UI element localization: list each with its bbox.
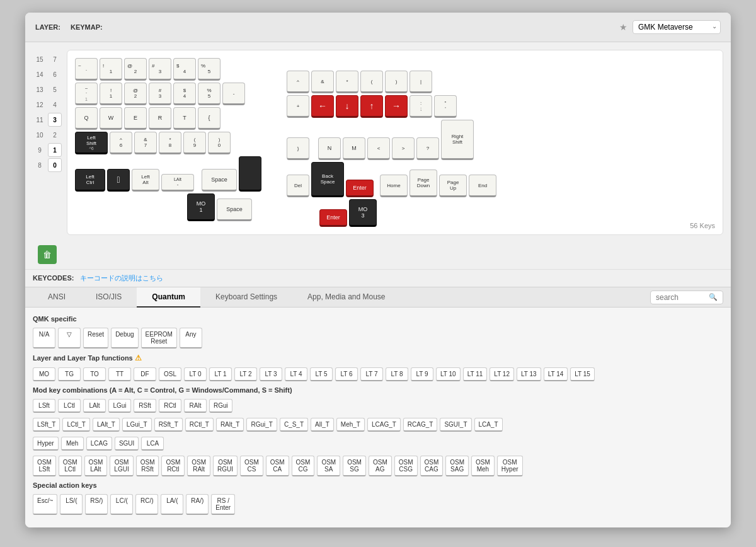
keycodes-link[interactable]: キーコードの説明はこちら bbox=[80, 274, 163, 282]
key-grave-2[interactable]: ~`1 bbox=[75, 83, 98, 105]
key-gt[interactable]: > bbox=[392, 137, 415, 160]
key-r[interactable]: R bbox=[149, 107, 171, 130]
kc-lt9[interactable]: LT 9 bbox=[411, 367, 433, 381]
kc-lsft[interactable]: LSft bbox=[33, 399, 55, 413]
tab-iso[interactable]: ISO/JIS bbox=[81, 287, 137, 308]
kc-lca[interactable]: LCA bbox=[141, 437, 164, 451]
key-space2[interactable]: Space bbox=[217, 199, 252, 221]
kc-osm-ralt[interactable]: OSMRAlt bbox=[187, 456, 210, 476]
key-end[interactable]: End bbox=[469, 175, 496, 197]
kc-cs-t[interactable]: C_S_T bbox=[280, 418, 308, 432]
key-caret[interactable]: ^6 bbox=[110, 132, 132, 154]
key-r-star[interactable]: * bbox=[336, 71, 358, 93]
key-r-rbrace[interactable]: } bbox=[287, 137, 309, 160]
kc-to[interactable]: TO bbox=[83, 367, 106, 381]
key-page-up[interactable]: PageUp bbox=[439, 175, 467, 197]
kc-osm-lgui[interactable]: OSMLGUI bbox=[110, 456, 133, 476]
key-r-rp[interactable]: ) bbox=[385, 71, 408, 93]
kc-osm-hyper[interactable]: OSMHyper bbox=[497, 456, 523, 476]
key-backspace[interactable]: BackSpace bbox=[311, 162, 344, 197]
key-star[interactable]: *8 bbox=[159, 132, 181, 154]
key-r-lp[interactable]: ( bbox=[360, 71, 383, 93]
kc-lt10[interactable]: LT 10 bbox=[436, 367, 461, 381]
tab-ansi[interactable]: ANSI bbox=[33, 287, 81, 308]
kc-mo[interactable]: MO bbox=[33, 367, 55, 381]
key-m[interactable]: M bbox=[343, 137, 365, 160]
kc-osm-csg[interactable]: OSMCSG bbox=[394, 456, 418, 476]
kc-osm-rctl[interactable]: OSMRCtl bbox=[161, 456, 185, 476]
kc-rsft-t[interactable]: RSft_T bbox=[154, 418, 183, 432]
key-3-2[interactable]: #3 bbox=[149, 83, 171, 105]
key-5[interactable]: %5 bbox=[198, 58, 220, 81]
key-t[interactable]: T bbox=[173, 107, 196, 130]
kc-lt3[interactable]: LT 3 bbox=[260, 367, 282, 381]
kc-lt1[interactable]: LT 1 bbox=[209, 367, 232, 381]
kc-ralt-t[interactable]: RAlt_T bbox=[216, 418, 244, 432]
layer-num-7[interactable]: 7 bbox=[48, 52, 62, 66]
kc-rs-rp[interactable]: RS/) bbox=[85, 494, 108, 515]
kc-tg[interactable]: TG bbox=[58, 367, 81, 381]
layer-num-2[interactable]: 2 bbox=[48, 128, 62, 142]
kc-na[interactable]: N/A bbox=[33, 328, 55, 348]
kc-any[interactable]: Any bbox=[180, 328, 202, 348]
layer-num-11[interactable]: 11 bbox=[33, 113, 47, 127]
key-arrow-right[interactable]: → bbox=[385, 95, 408, 118]
kc-trns[interactable]: ▽ bbox=[58, 328, 81, 348]
key-1-2[interactable]: !1 bbox=[100, 83, 122, 105]
kc-osm-rgui[interactable]: OSMRGUI bbox=[213, 456, 238, 476]
kc-osm-ag[interactable]: OSMAG bbox=[369, 456, 392, 476]
key-rparen[interactable]: )0 bbox=[208, 132, 231, 154]
kc-lt2[interactable]: LT 2 bbox=[234, 367, 257, 381]
kc-lt8[interactable]: LT 8 bbox=[386, 367, 408, 381]
kc-rcag-t[interactable]: RCAG_T bbox=[403, 418, 438, 432]
kc-lsft-t[interactable]: LSft_T bbox=[33, 418, 60, 432]
tab-keyboard[interactable]: Keyboard Settings bbox=[200, 287, 292, 308]
key-tilde[interactable]: ~` bbox=[75, 58, 98, 81]
kc-osm-sg[interactable]: OSMSG bbox=[343, 456, 366, 476]
key-q[interactable]: Q bbox=[75, 107, 98, 130]
kc-lcag[interactable]: LCAG bbox=[86, 437, 112, 451]
delete-button[interactable]: 🗑 bbox=[38, 245, 57, 264]
key-lt[interactable]: < bbox=[367, 137, 390, 160]
kc-rctl[interactable]: RCtl bbox=[159, 399, 181, 413]
kc-esc-tilde[interactable]: Esc/~ bbox=[33, 494, 57, 515]
key-n[interactable]: N bbox=[318, 137, 341, 160]
key-right-shift[interactable]: RightShift bbox=[441, 120, 474, 160]
kc-osm-cg[interactable]: OSMCG bbox=[292, 456, 315, 476]
kc-osm-rsft[interactable]: OSMRSft bbox=[136, 456, 159, 476]
search-input[interactable] bbox=[656, 293, 706, 302]
key-4[interactable]: $4 bbox=[173, 58, 196, 81]
kc-osl[interactable]: OSL bbox=[159, 367, 181, 381]
kc-lt0[interactable]: LT 0 bbox=[184, 367, 207, 381]
kc-eeprom[interactable]: EEPROMReset bbox=[141, 328, 177, 348]
key-left-alt[interactable]: LeftAlt bbox=[132, 169, 159, 192]
key-e[interactable]: E bbox=[124, 107, 147, 130]
kc-lt14[interactable]: LT 14 bbox=[544, 367, 568, 381]
key-colon[interactable]: :; bbox=[410, 95, 432, 118]
kc-lc-lp[interactable]: LC/( bbox=[110, 494, 133, 515]
key-left-ctrl[interactable]: LeftCtrl bbox=[75, 169, 105, 192]
layer-num-10[interactable]: 10 bbox=[33, 128, 47, 142]
kc-hyper[interactable]: Hyper bbox=[33, 437, 59, 451]
key-arrow-up[interactable]: ↑ bbox=[360, 95, 383, 118]
key-arrow-left[interactable]: ← bbox=[311, 95, 334, 118]
key-enter-bottom[interactable]: Enter bbox=[319, 209, 347, 227]
layer-num-12[interactable]: 12 bbox=[33, 98, 47, 112]
key-amp[interactable]: &7 bbox=[134, 132, 157, 154]
key-mo3[interactable]: MO3 bbox=[349, 199, 377, 227]
key-minus[interactable]: - bbox=[222, 83, 245, 105]
key-2[interactable]: @2 bbox=[124, 58, 147, 81]
kc-lctl[interactable]: LCtl bbox=[58, 399, 81, 413]
layer-num-13[interactable]: 13 bbox=[33, 83, 47, 96]
key-2-2[interactable]: @2 bbox=[124, 83, 147, 105]
key-mo1[interactable]: MO1 bbox=[187, 193, 215, 221]
layer-num-8[interactable]: 8 bbox=[33, 158, 47, 172]
kc-ralt[interactable]: RAlt bbox=[184, 399, 207, 413]
key-space1[interactable]: Space bbox=[202, 169, 237, 192]
layer-num-1[interactable]: 1 bbox=[48, 143, 62, 157]
key-left-shift[interactable]: LeftShift ^6 bbox=[75, 132, 108, 154]
layer-num-0[interactable]: 0 bbox=[48, 158, 62, 172]
key-open-brace[interactable]: { bbox=[198, 107, 220, 130]
kc-rgui-t[interactable]: RGui_T bbox=[246, 418, 277, 432]
layer-num-6[interactable]: 6 bbox=[48, 67, 62, 81]
